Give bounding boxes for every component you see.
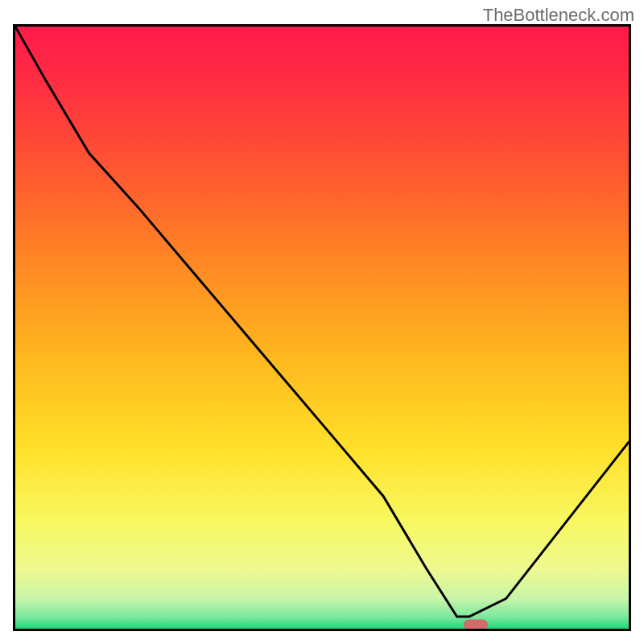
optimal-point-marker: [464, 619, 488, 630]
chart-container: [13, 24, 631, 631]
curve-line: [15, 27, 629, 629]
watermark-text: TheBottleneck.com: [483, 5, 634, 26]
plot-area: [13, 24, 631, 631]
